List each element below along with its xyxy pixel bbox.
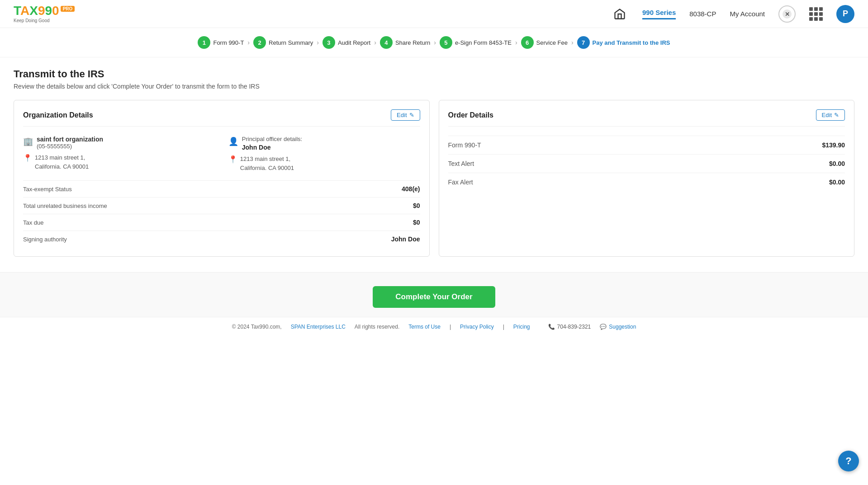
phone-icon: 📞 [548,324,555,330]
officer-address-row: 📍 1213 main street 1,California. CA 9000… [228,155,420,172]
logo-tagline: Keep Doing Good [14,18,75,23]
step-4-circle: 4 [380,36,393,49]
nav-my-account[interactable]: My Account [730,10,765,18]
footer-phone: 📞 704-839-2321 [548,324,591,330]
step-arrow-2: › [317,39,319,46]
step-7-circle: 7 [577,36,590,49]
order-card-header: Order Details Edit ✎ [448,109,845,127]
location-icon-org: 📍 [23,154,32,162]
stepper: 1 Form 990-T › 2 Return Summary › 3 Audi… [0,28,868,57]
location-icon-officer: 📍 [228,155,237,164]
footer-rights: All rights reserved. [355,324,399,330]
footer-suggestion[interactable]: 💬 Suggestion [600,324,636,330]
order-card-title: Order Details [448,111,493,119]
step-arrow-5: › [515,39,517,46]
officer-name: John Doe [242,144,302,151]
step-3[interactable]: 3 Audit Report [323,36,370,49]
tax-due-value: $0 [413,219,420,226]
order-edit-pencil-icon: ✎ [834,112,839,118]
footer-privacy-link[interactable]: Privacy Policy [460,324,494,330]
officer-address: 1213 main street 1,California. CA 90001 [240,155,294,172]
order-fax-alert-row: Fax Alert $0.00 [448,173,845,191]
step-5-circle: 5 [440,36,452,49]
order-text-alert-value: $0.00 [829,160,845,167]
step-3-label: Audit Report [338,39,370,46]
nav-990-series[interactable]: 990 Series [642,9,676,19]
signing-authority-value: John Doe [391,235,420,243]
total-income-value: $0 [413,202,420,209]
person-icon: 👤 [228,137,238,146]
step-4-label: Share Return [395,39,430,46]
tax-due-label: Tax due [23,219,44,226]
nav-links: 990 Series 8038-CP My Account ✕ P [611,5,854,23]
officer-label: Principal officer details: [242,136,302,142]
footer-span-link[interactable]: SPAN Enterprises LLC [291,324,346,330]
org-card-title: Organization Details [23,111,93,119]
suggestion-label: Suggestion [609,324,636,330]
tax-exempt-row: Tax-exempt Status 408(e) [23,180,420,197]
step-2[interactable]: 2 Return Summary [253,36,313,49]
complete-button-area: Complete Your Order [0,272,868,317]
logo-text: TAX990PRO [14,4,75,18]
step-1-circle: 1 [198,36,210,49]
step-arrow-4: › [434,39,436,46]
org-left-col: 🏢 saint fort organization (05-5555555) 📍… [23,136,215,172]
step-7[interactable]: 7 Pay and Transmit to the IRS [577,36,670,49]
footer-pricing-link[interactable]: Pricing [513,324,530,330]
org-details-card: Organization Details Edit ✎ 🏢 saint fort… [14,100,430,257]
step-3-circle: 3 [323,36,335,49]
order-text-alert-label: Text Alert [448,160,474,167]
step-2-label: Return Summary [269,39,313,46]
suggestion-icon: 💬 [600,324,607,330]
cards-row: Organization Details Edit ✎ 🏢 saint fort… [14,100,854,257]
phone-number: 704-839-2321 [557,324,591,330]
order-fax-alert-label: Fax Alert [448,179,473,186]
order-fax-alert-value: $0.00 [829,179,845,186]
step-1[interactable]: 1 Form 990-T [198,36,244,49]
org-right-col: 👤 Principal officer details: John Doe 📍 … [228,136,420,172]
signing-authority-row: Signing authority John Doe [23,231,420,247]
step-4[interactable]: 4 Share Return [380,36,430,49]
edit-pencil-icon: ✎ [409,112,414,118]
grid-menu-icon[interactable] [809,7,823,21]
home-icon[interactable] [611,5,629,23]
org-address: 1213 main street 1,California. CA 90001 [35,153,89,171]
signing-authority-label: Signing authority [23,236,67,243]
order-form990t-row: Form 990-T $139.90 [448,136,845,154]
footer-copyright: © 2024 Tax990.com, [232,324,282,330]
complete-order-button[interactable]: Complete Your Order [373,286,495,308]
x-icon-btn[interactable]: ✕ [778,5,796,23]
org-name: saint fort organization [37,136,103,143]
page-subtitle: Review the details below and click 'Comp… [14,83,854,90]
tax-due-row: Tax due $0 [23,214,420,231]
main-content: Transmit to the IRS Review the details b… [0,57,868,268]
step-arrow-1: › [247,39,250,46]
order-text-alert-row: Text Alert $0.00 [448,154,845,173]
logo-area: TAX990PRO Keep Doing Good [14,5,75,23]
tax-exempt-label: Tax-exempt Status [23,186,72,193]
tax-exempt-value: 408(e) [402,185,420,193]
footer-terms-link[interactable]: Terms of Use [408,324,441,330]
order-form990t-value: $139.90 [822,141,845,149]
org-name-row: 🏢 saint fort organization (05-5555555) [23,136,215,150]
nav-8038cp[interactable]: 8038-CP [689,10,716,18]
org-edit-button[interactable]: Edit ✎ [391,109,420,121]
step-5[interactable]: 5 e-Sign Form 8453-TE [440,36,512,49]
avatar-button[interactable]: P [836,5,854,23]
step-6-circle: 6 [521,36,534,49]
step-6[interactable]: 6 Service Fee [521,36,568,49]
org-address-row: 📍 1213 main street 1,California. CA 9000… [23,153,215,171]
footer: © 2024 Tax990.com, SPAN Enterprises LLC … [0,317,868,336]
step-7-label: Pay and Transmit to the IRS [593,39,670,46]
step-arrow-6: › [571,39,574,46]
building-icon: 🏢 [23,137,33,146]
total-income-label: Total unrelated business income [23,202,107,209]
page-title: Transmit to the IRS [14,68,854,80]
step-1-label: Form 990-T [213,39,244,46]
step-arrow-3: › [374,39,376,46]
org-card-header: Organization Details Edit ✎ [23,109,420,127]
step-6-label: Service Fee [536,39,568,46]
order-edit-button[interactable]: Edit ✎ [816,109,845,121]
order-edit-label: Edit [822,112,832,118]
org-ein: (05-5555555) [37,143,103,150]
